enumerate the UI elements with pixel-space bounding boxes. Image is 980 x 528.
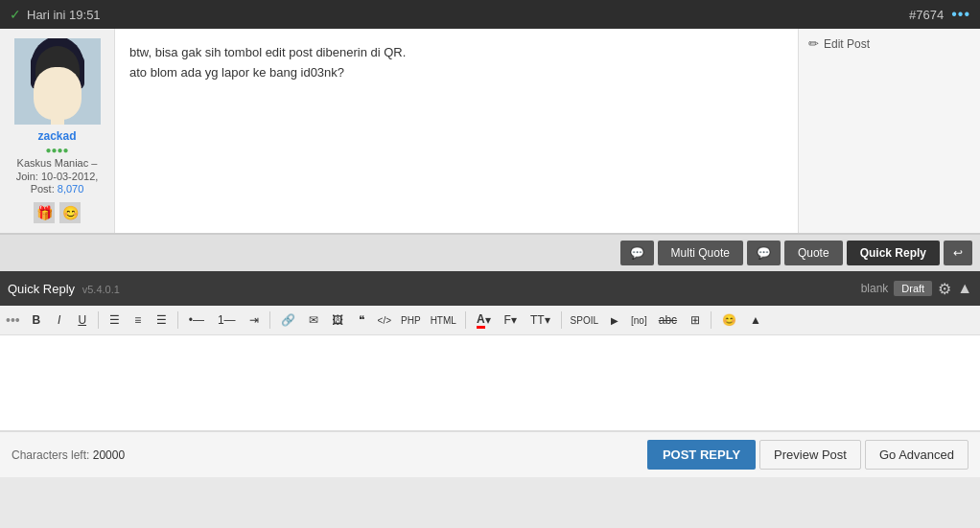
list-number-button[interactable]: 1— (212, 310, 242, 331)
quick-reply-header: Quick Reply v5.4.0.1 blank Draft ⚙ ▲ (0, 271, 980, 306)
edit-post-panel: ✏ Edit Post (798, 29, 980, 233)
svg-point-2 (35, 63, 81, 113)
html-button[interactable]: HTML (427, 310, 460, 331)
qr-draft-badge[interactable]: Draft (894, 281, 932, 296)
post-reply-button[interactable]: POST REPLY (647, 440, 756, 470)
smiley-button[interactable]: 😊 (716, 310, 742, 331)
quick-reply-button[interactable]: Quick Reply (847, 241, 940, 265)
top-bar-time: Hari ini 19:51 (27, 8, 101, 22)
top-bar-left: ✓ Hari ini 19:51 (10, 7, 101, 22)
qr-settings-icon[interactable]: ⚙ (938, 280, 951, 298)
qr-collapse-icon[interactable]: ▲ (957, 280, 972, 297)
go-advanced-button[interactable]: Go Advanced (865, 440, 968, 470)
quote-icon-button[interactable]: 💬 (747, 241, 781, 265)
font-size-button[interactable]: TT▾ (525, 310, 556, 331)
post-line-1: btw, bisa gak sih tombol edit post diben… (129, 43, 783, 63)
svg-rect-12 (51, 111, 64, 125)
toolbar-separator-1 (98, 311, 99, 329)
editor-toolbar: ••• B I U ☰ ≡ ☰ •— 1— ⇥ 🔗 ✉ 🖼 ❝ </> PHP … (0, 306, 980, 335)
svg-point-7 (60, 82, 70, 94)
qr-version: v5.4.0.1 (82, 284, 120, 295)
action-row: 💬 Multi Quote 💬 Quote Quick Reply ↩ (0, 234, 980, 271)
user-action-icons: 🎁 😊 (34, 202, 81, 223)
svg-point-1 (31, 38, 84, 98)
post-container: zackad ●●●● Kaskus Maniac – Join: 10-03-… (0, 29, 980, 234)
bottom-bar: Characters left: 20000 POST REPLY Previe… (0, 431, 980, 477)
align-right-button[interactable]: ☰ (151, 310, 173, 331)
user-post-label: Post: 8,070 (31, 183, 84, 195)
list-bullet-button[interactable]: •— (183, 310, 210, 331)
check-icon: ✓ (10, 7, 21, 22)
youtube-button[interactable]: ▶ (604, 310, 625, 331)
strikethrough-button[interactable]: abc (653, 310, 683, 331)
qr-blank-label: blank (861, 282, 889, 295)
svg-rect-4 (69, 56, 84, 89)
image-button[interactable]: 🖼 (326, 310, 349, 331)
multi-quote-button[interactable]: Multi Quote (658, 241, 743, 265)
bottom-buttons: POST REPLY Preview Post Go Advanced (647, 440, 968, 470)
post-text: btw, bisa gak sih tombol edit post diben… (129, 43, 783, 83)
align-left-button[interactable]: ☰ (104, 310, 126, 331)
upload-button[interactable]: ▲ (744, 310, 767, 331)
post-content: btw, bisa gak sih tombol edit post diben… (115, 29, 798, 233)
reply-arrow-button[interactable]: ↩ (944, 241, 972, 265)
font-color-button[interactable]: A▾ (471, 310, 497, 331)
qr-title-area: Quick Reply v5.4.0.1 (8, 282, 120, 296)
noparse-button[interactable]: [no] (627, 310, 651, 331)
top-bar: ✓ Hari ini 19:51 #7674 ••• (0, 0, 980, 29)
svg-point-11 (62, 87, 65, 90)
svg-point-8 (47, 85, 53, 93)
svg-rect-5 (34, 48, 82, 75)
special-char-button[interactable]: ⊞ (685, 310, 706, 331)
multi-quote-icon-button[interactable]: 💬 (620, 241, 654, 265)
link-button[interactable]: 🔗 (275, 310, 301, 331)
quote-button[interactable]: Quote (784, 241, 843, 265)
svg-point-9 (62, 85, 68, 93)
top-bar-right: #7674 ••• (909, 6, 970, 23)
bold-button[interactable]: B (26, 310, 47, 331)
svg-rect-0 (14, 38, 101, 125)
toolbar-separator-5 (561, 311, 562, 329)
chars-left-label: Characters left: 20000 (12, 448, 125, 462)
toolbar-separator-2 (177, 311, 178, 329)
top-bar-menu-icon[interactable]: ••• (951, 6, 970, 23)
avatar-svg (14, 38, 101, 125)
toolbar-separator-3 (269, 311, 270, 329)
code-button[interactable]: </> (374, 310, 395, 331)
user-rank: Kaskus Maniac – (17, 157, 98, 169)
user-sidebar: zackad ●●●● Kaskus Maniac – Join: 10-03-… (0, 29, 115, 233)
spoiler-button[interactable]: SPOIL (567, 310, 602, 331)
preview-post-button[interactable]: Preview Post (759, 440, 861, 470)
qr-right-controls: blank Draft ⚙ ▲ (861, 280, 972, 298)
edit-post-label: Edit Post (824, 37, 870, 51)
post-line-2: ato blom ada yg lapor ke bang id03nk? (129, 63, 783, 83)
font-face-button[interactable]: F▾ (499, 310, 523, 331)
post-id: #7674 (909, 8, 944, 22)
list-indent-button[interactable]: ⇥ (244, 310, 265, 331)
quote-toolbar-button[interactable]: ❝ (351, 310, 372, 331)
qr-title: Quick Reply (8, 282, 75, 296)
edit-icon: ✏ (808, 36, 819, 51)
toolbar-separator-4 (465, 311, 466, 329)
toolbar-more-icon[interactable]: ••• (6, 312, 20, 328)
user-gift-icon[interactable]: 🎁 (34, 202, 55, 223)
toolbar-separator-6 (711, 311, 712, 329)
align-center-button[interactable]: ≡ (128, 310, 149, 331)
username[interactable]: zackad (37, 129, 76, 143)
avatar (14, 38, 101, 125)
editor-area[interactable] (0, 335, 980, 431)
user-reputation-dots: ●●●● (45, 145, 68, 155)
edit-post-button[interactable]: ✏ Edit Post (808, 36, 970, 51)
user-join: Join: 10-03-2012, (16, 171, 99, 182)
underline-button[interactable]: U (72, 310, 93, 331)
chars-count: 20000 (93, 448, 125, 462)
svg-rect-3 (31, 56, 46, 89)
email-button[interactable]: ✉ (303, 310, 324, 331)
italic-button[interactable]: I (49, 310, 70, 331)
php-button[interactable]: PHP (397, 310, 425, 331)
svg-point-6 (45, 82, 55, 94)
user-post-count: 8,070 (58, 183, 84, 195)
user-smiley-icon[interactable]: 😊 (59, 202, 81, 223)
svg-point-10 (47, 87, 50, 90)
